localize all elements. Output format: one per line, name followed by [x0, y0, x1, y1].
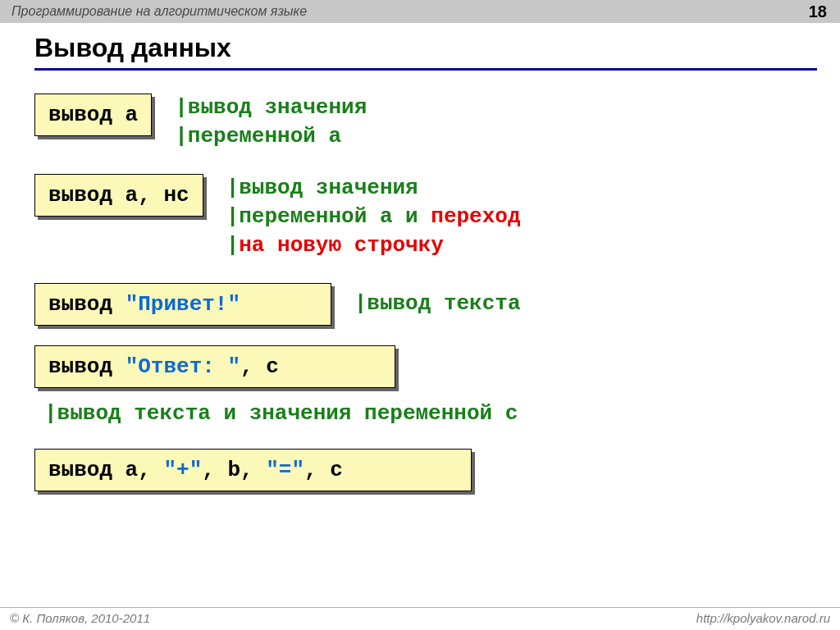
example-row: вывод a, нс |вывод значения |переменной … [34, 174, 817, 260]
page-number: 18 [809, 2, 832, 21]
code-comment: |вывод текста [354, 290, 817, 318]
code-box: вывод a [34, 94, 152, 136]
example-row: вывод a |вывод значения |переменной a [34, 94, 817, 151]
code-comment: |вывод текста и значения переменной c [44, 399, 817, 428]
code-box: вывод "Привет!" [34, 283, 331, 326]
code-box: вывод a, нс [34, 174, 203, 217]
course-title: Программирование на алгоритмическом язык… [11, 4, 307, 19]
example-row: вывод "Ответ: ", c [34, 345, 817, 388]
slide-title: Вывод данных [34, 33, 817, 71]
code-box: вывод a, "+", b, "=", c [34, 449, 472, 491]
slide-body: Вывод данных вывод a |вывод значения |пе… [0, 23, 840, 491]
footer: © К. Поляков, 2010-2011 http://kpolyakov… [0, 607, 840, 630]
example-row: вывод "Привет!" |вывод текста [34, 283, 817, 326]
header-bar: Программирование на алгоритмическом язык… [0, 0, 840, 23]
example-row: вывод a, "+", b, "=", c [34, 449, 817, 491]
code-comment: |вывод значения |переменной a и переход … [226, 174, 817, 260]
footer-url: http://kpolyakov.narod.ru [696, 611, 830, 625]
code-box: вывод "Ответ: ", c [34, 345, 395, 388]
copyright: © К. Поляков, 2010-2011 [10, 611, 150, 625]
code-comment: |вывод значения |переменной a [175, 94, 817, 151]
